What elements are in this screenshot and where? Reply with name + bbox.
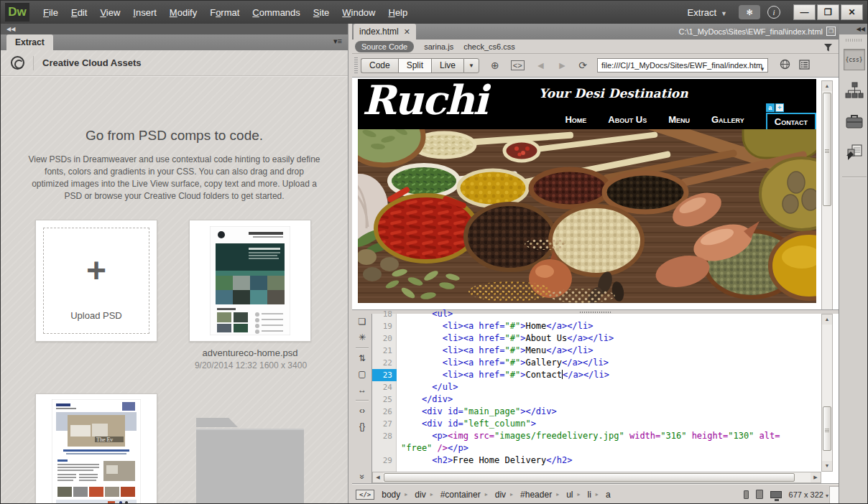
code-lines[interactable]: 18 <ul>19 <li><a href="#">Home</a></li>2…: [372, 308, 821, 472]
menu-commands[interactable]: Commands: [246, 4, 306, 21]
inspect-mode-icon[interactable]: <>: [511, 60, 525, 70]
code-line[interactable]: 29 <h2>Free Home Delivery</h2>: [372, 454, 821, 467]
tag-crumb-a[interactable]: a: [606, 490, 611, 500]
scroll-down-icon[interactable]: ▼: [822, 461, 832, 471]
dock-grip[interactable]: [846, 39, 863, 42]
expand-all-icon[interactable]: ↔: [352, 382, 372, 398]
split-view-button[interactable]: Split: [398, 58, 431, 73]
tab-extract[interactable]: Extract: [6, 34, 53, 50]
maximize-button[interactable]: ❐: [817, 4, 839, 20]
tab-index-html[interactable]: index.html✕: [354, 24, 416, 39]
address-bar[interactable]: file:///C|/1_MyDocs/Sites/EWF_final/inde…: [597, 58, 768, 73]
code-line[interactable]: 22 <li><a href="#">Gallery</a></li>: [372, 357, 821, 369]
collapse-full-tag-icon[interactable]: ⇅: [352, 350, 372, 366]
preview-browser-icon[interactable]: [780, 59, 790, 72]
site-logo[interactable]: Ruchi: [362, 76, 486, 123]
list-view-options-icon[interactable]: [799, 60, 810, 72]
forward-icon[interactable]: ►: [557, 60, 567, 71]
panel-menu-icon[interactable]: ▾≡: [333, 37, 342, 46]
psd-thumbnail-adventureco[interactable]: [189, 220, 311, 342]
files-panel-icon[interactable]: [844, 144, 865, 165]
menu-help[interactable]: Help: [382, 4, 414, 21]
menu-format[interactable]: Format: [203, 4, 246, 21]
expand-panels-icon[interactable]: ◀◀: [839, 24, 868, 34]
minimize-button[interactable]: —: [793, 4, 816, 20]
code-line[interactable]: 26 <div id="main_page"></div>: [372, 406, 821, 418]
refresh-icon[interactable]: ⟳: [578, 60, 587, 71]
tag-crumb-div[interactable]: div: [495, 490, 506, 500]
upload-psd-card[interactable]: + Upload PSD: [35, 220, 157, 342]
close-button[interactable]: ✕: [841, 4, 863, 20]
code-line[interactable]: 20 <li><a href="#">About Us</a></li>: [372, 332, 821, 345]
menu-insert[interactable]: Insert: [126, 4, 163, 21]
scroll-up-icon[interactable]: ▲: [822, 81, 832, 91]
live-view-button[interactable]: Live: [431, 58, 463, 73]
code-line[interactable]: 24 </ul>: [372, 381, 821, 393]
code-line[interactable]: 28 <p><img src="images/freedelivery.jpg"…: [372, 430, 821, 442]
code-line[interactable]: 21 <li><a href="#">Menu</a></li>: [372, 345, 821, 357]
menu-site[interactable]: Site: [307, 4, 336, 21]
info-icon[interactable]: i: [767, 6, 780, 19]
scrollbar-thumb[interactable]: [823, 93, 831, 206]
business-catalyst-icon[interactable]: [844, 113, 865, 132]
open-documents-icon[interactable]: ❏: [352, 314, 372, 330]
scrollbar-thumb[interactable]: [384, 473, 795, 482]
code-line[interactable]: 19 <li><a href="#">Home</a></li>: [372, 320, 821, 332]
select-parent-tag-icon[interactable]: ‹›: [352, 403, 372, 419]
live-view-options-icon[interactable]: ⊕: [491, 60, 499, 71]
scroll-up-icon[interactable]: ▲: [822, 314, 832, 325]
code-line[interactable]: 25 </div>: [372, 393, 821, 406]
window-size-selector[interactable]: 677 x 322 ▾: [789, 490, 828, 499]
css-designer-icon[interactable]: {css}: [844, 49, 865, 70]
nav-home[interactable]: Home: [565, 114, 586, 129]
phone-size-icon[interactable]: [744, 490, 749, 499]
related-file-sarina-js[interactable]: sarina.js: [424, 42, 453, 51]
folder-mycafe[interactable]: [196, 418, 304, 504]
related-file-check-css[interactable]: check_cs6.css: [463, 42, 515, 51]
dom-panel-icon[interactable]: [844, 82, 865, 102]
back-icon[interactable]: ◄: [536, 60, 546, 71]
add-element-badge[interactable]: +: [775, 103, 784, 112]
code-scrollbar-horizontal[interactable]: ◀ ▶: [372, 472, 821, 483]
tag-crumb-container[interactable]: #container: [440, 490, 481, 500]
menu-file[interactable]: File: [37, 4, 65, 21]
scroll-left-icon[interactable]: ◀: [373, 472, 383, 482]
sync-settings-icon[interactable]: ✻: [739, 5, 760, 19]
collapse-panel-icon[interactable]: ◀◀: [1, 24, 348, 34]
desktop-size-icon[interactable]: [770, 491, 782, 498]
menu-window[interactable]: Window: [336, 4, 382, 21]
toolbar-grip[interactable]: [354, 57, 358, 73]
code-line[interactable]: 23 <li><a href="#">Contact</a></li>: [372, 369, 821, 381]
restore-window-icon[interactable]: ❐: [826, 27, 836, 36]
code-line[interactable]: "free" /></p>: [372, 442, 821, 454]
workspace-switcher[interactable]: Extract▼: [683, 5, 731, 20]
code-view-button[interactable]: Code: [361, 58, 398, 73]
tag-crumb-body[interactable]: body: [382, 490, 400, 500]
tablet-size-icon[interactable]: [756, 490, 763, 499]
tag-crumb-li[interactable]: li: [588, 490, 591, 500]
close-tab-icon[interactable]: ✕: [404, 27, 410, 36]
tag-selector-icon[interactable]: </>: [356, 490, 374, 500]
code-line[interactable]: 18 <ul>: [372, 308, 821, 320]
live-view-dropdown-icon[interactable]: ▼: [463, 58, 479, 73]
nav-gallery[interactable]: Gallery: [711, 114, 744, 129]
menu-edit[interactable]: Edit: [65, 4, 93, 21]
menu-view[interactable]: View: [93, 4, 126, 21]
tag-crumb-div[interactable]: div: [415, 490, 425, 500]
address-dropdown-icon[interactable]: ▼: [760, 63, 765, 73]
psd-thumbnail-event01[interactable]: The Ev: [35, 393, 157, 504]
tag-crumb-ul[interactable]: ul: [566, 490, 573, 500]
menu-modify[interactable]: Modify: [163, 4, 203, 21]
scroll-right-icon[interactable]: ▶: [811, 472, 821, 482]
live-code-icon[interactable]: ✳: [352, 330, 372, 345]
nav-about-us[interactable]: About Us: [608, 114, 647, 129]
format-source-code-icon[interactable]: {}: [352, 419, 372, 434]
nav-menu[interactable]: Menu: [668, 114, 690, 129]
tag-crumb-header[interactable]: #header: [520, 490, 552, 500]
code-line[interactable]: 27 <div id="left_column">: [372, 418, 821, 430]
related-file-source-code[interactable]: Source Code: [355, 41, 414, 52]
scrollbar-thumb[interactable]: [823, 406, 831, 451]
code-scrollbar-vertical[interactable]: ▲ ▼: [821, 314, 833, 472]
element-tag-badge[interactable]: a: [766, 103, 775, 112]
collapse-selection-icon[interactable]: ▢: [352, 366, 372, 382]
